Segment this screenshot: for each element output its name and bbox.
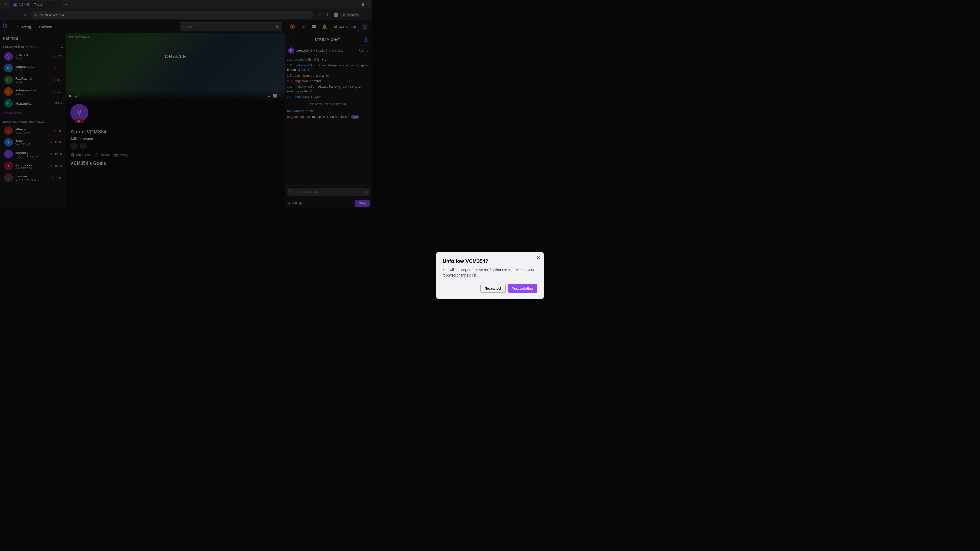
modal-overlay[interactable]: ✕ Unfollow VCM354? You will no longer re…	[0, 0, 372, 208]
